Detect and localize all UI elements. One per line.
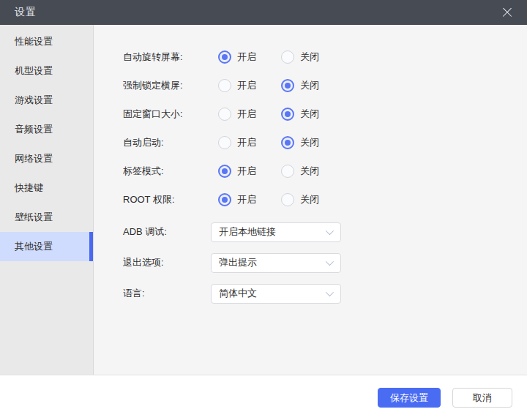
sidebar-item-label: 音频设置 — [15, 123, 53, 136]
save-settings-button[interactable]: 保存设置 — [378, 388, 441, 408]
radio-group: 开启 关闭 — [218, 108, 319, 121]
radio-group: 开启 关闭 — [218, 50, 319, 64]
sidebar-item-game[interactable]: 游戏设置 — [0, 86, 93, 115]
dropdown-value: 开启本地链接 — [219, 225, 276, 239]
sidebar-item-label: 快捷键 — [15, 181, 43, 195]
sidebar-item-network[interactable]: 网络设置 — [0, 144, 93, 173]
radio-label: 开启 — [237, 50, 256, 64]
sidebar-item-label: 壁纸设置 — [15, 211, 53, 224]
sidebar-item-label: 游戏设置 — [15, 94, 53, 107]
sidebar-item-performance[interactable]: 性能设置 — [0, 27, 93, 56]
radio-button-off[interactable]: 关闭 — [281, 136, 319, 149]
settings-panel: 自动旋转屏幕: 开启 关闭 强制锁定横屏: 开启 关闭 固定窗口大小: 开启 关… — [94, 25, 527, 375]
radio-circle-icon — [218, 165, 231, 178]
radio-circle-icon — [218, 79, 231, 92]
setting-label: ADB 调试: — [123, 225, 211, 239]
sidebar-item-device-model[interactable]: 机型设置 — [0, 56, 93, 86]
radio-label: 关闭 — [300, 79, 319, 92]
settings-window: 设置 性能设置 机型设置 游戏设置 音频设置 网络设置 快捷键 壁纸设置 其他设… — [0, 0, 527, 420]
radio-button-off[interactable]: 关闭 — [281, 50, 319, 64]
dropdown-value: 弹出提示 — [219, 256, 257, 269]
chevron-down-icon — [326, 227, 334, 235]
radio-group: 开启 关闭 — [218, 193, 319, 206]
radio-button-on[interactable]: 开启 — [218, 79, 256, 92]
radio-label: 开启 — [237, 136, 256, 149]
cancel-button[interactable]: 取消 — [452, 388, 512, 408]
radio-button-on[interactable]: 开启 — [218, 193, 256, 206]
setting-row-auto-rotate: 自动旋转屏幕: 开启 关闭 — [123, 42, 527, 71]
sidebar-item-other[interactable]: 其他设置 — [0, 232, 93, 261]
radio-label: 开启 — [237, 165, 256, 178]
radio-circle-icon — [281, 50, 294, 64]
radio-circle-icon — [281, 193, 294, 206]
setting-label: ROOT 权限: — [123, 193, 211, 206]
language-dropdown[interactable]: 简体中文 — [211, 284, 341, 304]
radio-group: 开启 关闭 — [218, 136, 319, 149]
radio-button-off[interactable]: 关闭 — [281, 193, 319, 206]
setting-label: 标签模式: — [123, 165, 211, 178]
radio-button-on[interactable]: 开启 — [218, 136, 256, 149]
main-area: 性能设置 机型设置 游戏设置 音频设置 网络设置 快捷键 壁纸设置 其他设置 自… — [0, 25, 527, 375]
radio-label: 关闭 — [300, 136, 319, 149]
radio-group: 开启 关闭 — [218, 79, 319, 92]
setting-label: 语言: — [123, 287, 211, 300]
setting-row-adb-debug: ADB 调试: 开启本地链接 — [123, 217, 527, 247]
setting-row-root-permission: ROOT 权限: 开启 关闭 — [123, 185, 527, 214]
radio-button-on[interactable]: 开启 — [218, 108, 256, 121]
setting-row-fixed-window-size: 固定窗口大小: 开启 关闭 — [123, 100, 527, 128]
radio-label: 关闭 — [300, 165, 319, 178]
radio-circle-icon — [281, 108, 294, 121]
title-bar: 设置 — [0, 0, 527, 25]
radio-circle-icon — [281, 79, 294, 92]
radio-circle-icon — [218, 193, 231, 206]
close-button[interactable] — [498, 3, 517, 22]
radio-label: 开启 — [237, 193, 256, 206]
radio-label: 开启 — [237, 79, 256, 92]
radio-label: 关闭 — [300, 193, 319, 206]
setting-row-exit-option: 退出选项: 弹出提示 — [123, 247, 527, 278]
radio-group: 开启 关闭 — [218, 165, 319, 178]
sidebar-item-label: 网络设置 — [15, 152, 53, 165]
radio-circle-icon — [281, 165, 294, 178]
setting-label: 自动旋转屏幕: — [123, 50, 211, 64]
radio-circle-icon — [281, 136, 294, 149]
sidebar-item-audio[interactable]: 音频设置 — [0, 115, 93, 144]
radio-button-off[interactable]: 关闭 — [281, 108, 319, 121]
radio-label: 关闭 — [300, 50, 319, 64]
sidebar-item-wallpaper[interactable]: 壁纸设置 — [0, 203, 93, 232]
radio-circle-icon — [218, 50, 231, 64]
sidebar-item-label: 其他设置 — [15, 240, 53, 253]
window-title: 设置 — [15, 6, 37, 19]
setting-label: 退出选项: — [123, 256, 211, 269]
setting-row-tab-mode: 标签模式: 开启 关闭 — [123, 157, 527, 185]
adb-debug-dropdown[interactable]: 开启本地链接 — [211, 222, 341, 242]
radio-label: 关闭 — [300, 108, 319, 121]
radio-button-on[interactable]: 开启 — [218, 50, 256, 64]
radio-label: 开启 — [237, 108, 256, 121]
dropdown-value: 简体中文 — [219, 287, 257, 300]
sidebar: 性能设置 机型设置 游戏设置 音频设置 网络设置 快捷键 壁纸设置 其他设置 — [0, 25, 94, 375]
radio-button-off[interactable]: 关闭 — [281, 165, 319, 178]
radio-circle-icon — [218, 136, 231, 149]
sidebar-item-shortcuts[interactable]: 快捷键 — [0, 173, 93, 203]
close-icon — [503, 8, 512, 18]
setting-row-force-landscape: 强制锁定横屏: 开启 关闭 — [123, 71, 527, 100]
footer-bar: 保存设置 取消 — [0, 375, 527, 420]
chevron-down-icon — [326, 288, 334, 296]
radio-button-on[interactable]: 开启 — [218, 165, 256, 178]
setting-label: 固定窗口大小: — [123, 108, 211, 121]
radio-circle-icon — [218, 108, 231, 121]
sidebar-item-label: 性能设置 — [15, 35, 53, 48]
setting-row-auto-start: 自动启动: 开启 关闭 — [123, 128, 527, 157]
chevron-down-icon — [326, 258, 334, 266]
setting-label: 自动启动: — [123, 136, 211, 149]
radio-button-off[interactable]: 关闭 — [281, 79, 319, 92]
setting-label: 强制锁定横屏: — [123, 79, 211, 92]
sidebar-item-label: 机型设置 — [15, 64, 53, 78]
setting-row-language: 语言: 简体中文 — [123, 278, 527, 309]
exit-option-dropdown[interactable]: 弹出提示 — [211, 253, 341, 273]
